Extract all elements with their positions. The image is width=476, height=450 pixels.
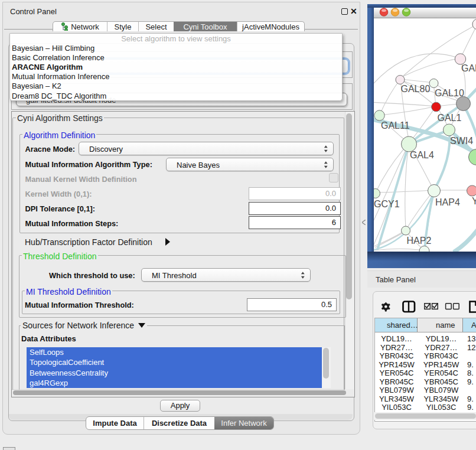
svg-text:GAL1: GAL1 xyxy=(438,113,462,123)
svg-text:GAL11: GAL11 xyxy=(381,120,410,131)
svg-text:GAL80: GAL80 xyxy=(401,84,431,94)
svg-text:SWI4: SWI4 xyxy=(450,136,473,146)
svg-text:Y: Y xyxy=(472,196,476,206)
svg-text:HAP4: HAP4 xyxy=(435,197,460,207)
svg-text:GAL4: GAL4 xyxy=(410,150,434,160)
svg-text:GCY1: GCY1 xyxy=(374,199,400,209)
svg-text:GAL10: GAL10 xyxy=(435,88,464,98)
svg-text:HAP2: HAP2 xyxy=(407,236,432,246)
svg-text:GAL: GAL xyxy=(461,63,476,73)
